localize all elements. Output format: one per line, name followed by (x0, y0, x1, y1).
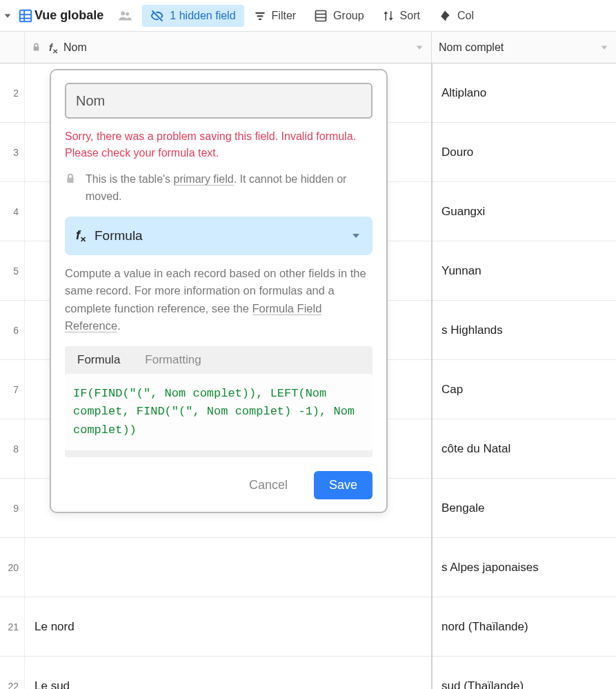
lock-icon (32, 43, 41, 52)
grid-view-icon (18, 8, 33, 23)
tab-formula[interactable]: Formula (65, 346, 132, 374)
cell-nom-complet[interactable]: Yunnan (432, 241, 616, 300)
cancel-button[interactable]: Cancel (234, 471, 303, 499)
primary-field-text: This is the table's primary field. It ca… (86, 171, 372, 206)
row-number: 2 (0, 63, 25, 122)
collaborators-icon[interactable] (113, 8, 137, 23)
hidden-fields-button[interactable]: 1 hidden field (142, 5, 244, 27)
view-menu-caret-icon[interactable] (3, 11, 12, 21)
row-number: 6 (0, 301, 25, 359)
table-row[interactable]: 21Le nordnord (Thaïlande) (0, 597, 616, 657)
hidden-fields-label: 1 hidden field (170, 10, 235, 22)
cell-nom[interactable]: Le sud (25, 657, 432, 689)
cell-nom[interactable]: Le nord (25, 597, 432, 656)
error-message: Sorry, there was a problem saving this f… (65, 128, 372, 161)
sort-button[interactable]: Sort (374, 6, 428, 26)
row-number: 7 (0, 360, 25, 419)
color-label: Col (457, 10, 474, 22)
row-number: 9 (0, 479, 25, 537)
row-number: 22 (0, 657, 25, 689)
group-label: Group (333, 10, 364, 22)
svg-rect-7 (257, 15, 263, 17)
lock-icon (65, 173, 76, 206)
field-config-popover: Sorry, there was a problem saving this f… (50, 69, 388, 513)
save-button[interactable]: Save (314, 471, 372, 499)
primary-field-notice: This is the table's primary field. It ca… (65, 171, 372, 206)
table-row[interactable]: 20s Alpes japonaises (0, 538, 616, 597)
cell-nom-complet[interactable]: s Highlands (432, 301, 616, 359)
field-type-label: Formula (95, 228, 143, 243)
svg-point-4 (121, 11, 126, 15)
cell-nom-complet[interactable]: côte du Natal (432, 419, 616, 478)
column-header-nom-label: Nom (63, 41, 87, 54)
cell-nom-complet[interactable]: Altiplano (432, 63, 616, 122)
chevron-down-icon[interactable] (415, 43, 424, 52)
field-config-tabs: Formula Formatting (65, 346, 372, 374)
grid-header-row: f✕ Nom Nom complet (0, 32, 616, 63)
cell-nom-complet[interactable]: nord (Thaïlande) (432, 597, 616, 656)
chevron-down-icon[interactable] (599, 43, 609, 52)
group-button[interactable]: Group (306, 5, 372, 27)
tab-formatting[interactable]: Formatting (132, 346, 213, 374)
svg-rect-6 (255, 12, 265, 13)
column-header-nom-complet-label: Nom complet (439, 41, 504, 54)
row-number: 20 (0, 538, 25, 597)
cell-nom[interactable] (25, 538, 432, 597)
primary-field-link[interactable]: primary field (174, 173, 234, 186)
cell-nom-complet[interactable]: s Alpes japonaises (432, 538, 616, 597)
column-divider[interactable] (431, 63, 433, 689)
cell-nom-complet[interactable]: Bengale (432, 479, 616, 537)
view-toolbar: Vue globale 1 hidden field Filter Group … (0, 0, 616, 32)
row-number: 5 (0, 241, 25, 300)
svg-rect-9 (316, 10, 326, 21)
table-row[interactable]: 22Le sudsud (Thaïlande) (0, 657, 616, 689)
field-type-description: Compute a value in each record based on … (65, 265, 372, 335)
row-number-header (0, 32, 25, 63)
field-name-input[interactable] (65, 83, 372, 119)
row-number: 8 (0, 419, 25, 478)
svg-rect-8 (258, 18, 261, 19)
cell-nom-complet[interactable]: sud (Thaïlande) (432, 657, 616, 689)
svg-rect-0 (20, 10, 32, 21)
filter-button[interactable]: Filter (246, 6, 305, 26)
svg-point-5 (126, 12, 130, 15)
cell-nom-complet[interactable]: Guangxi (432, 182, 616, 241)
row-number: 4 (0, 182, 25, 241)
view-name[interactable]: Vue globale (34, 4, 112, 27)
field-type-select[interactable]: f✕ Formula (65, 217, 372, 255)
column-header-nom[interactable]: f✕ Nom (25, 32, 432, 63)
row-number: 21 (0, 597, 25, 656)
cell-nom-complet[interactable]: Cap (432, 360, 616, 419)
column-header-nom-complet[interactable]: Nom complet (432, 32, 616, 63)
cell-nom-complet[interactable]: Douro (432, 123, 616, 181)
chevron-down-icon (350, 230, 361, 241)
popover-actions: Cancel Save (65, 471, 372, 499)
filter-label: Filter (272, 10, 297, 22)
color-button[interactable]: Col (430, 5, 482, 27)
formula-icon: f✕ (76, 228, 86, 243)
row-number: 3 (0, 123, 25, 181)
sort-label: Sort (400, 10, 420, 22)
formula-editor[interactable]: IF(FIND("(", Nom complet)), LEFT(Nom com… (65, 374, 372, 450)
formula-icon: f✕ (49, 41, 58, 53)
